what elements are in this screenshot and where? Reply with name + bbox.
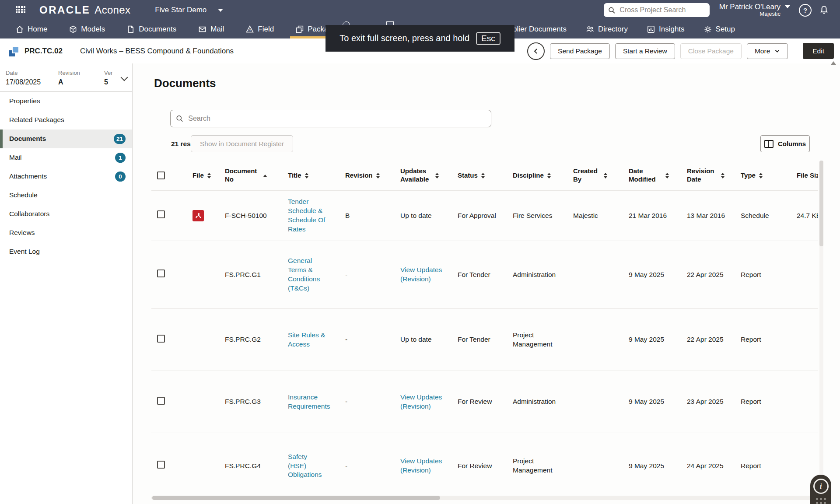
collapse-chevron-icon[interactable] bbox=[121, 74, 128, 81]
info-icon[interactable]: i bbox=[813, 479, 829, 494]
attachments-count-badge: 0 bbox=[115, 172, 126, 182]
vertical-scrollbar-thumb[interactable] bbox=[819, 161, 823, 246]
col-created-by[interactable]: Created By bbox=[573, 167, 629, 184]
project-selector[interactable]: Five Star Demo bbox=[155, 6, 223, 14]
cross-project-search-input[interactable] bbox=[619, 6, 705, 14]
scroll-up-arrow[interactable] bbox=[831, 61, 836, 65]
view-updates-link[interactable]: View Updates (Revision) bbox=[400, 457, 443, 475]
status-cell: For Approval bbox=[458, 211, 513, 220]
select-all-checkbox[interactable] bbox=[151, 172, 192, 179]
doc-title-link[interactable]: Insurance Requirements bbox=[288, 393, 326, 411]
file-cell[interactable] bbox=[192, 210, 225, 221]
ver-label: Ver bbox=[104, 70, 116, 77]
col-file[interactable]: File bbox=[192, 172, 225, 180]
col-title[interactable]: Title bbox=[288, 172, 345, 180]
edit-button[interactable]: Edit bbox=[803, 43, 834, 59]
row-checkbox[interactable] bbox=[151, 210, 192, 221]
col-revision[interactable]: Revision bbox=[345, 172, 400, 180]
view-updates-link[interactable]: View Updates (Revision) bbox=[400, 393, 443, 411]
created-by-cell: Majestic bbox=[573, 211, 629, 220]
documents-search-box[interactable] bbox=[170, 110, 491, 127]
chevron-down-icon bbox=[785, 5, 790, 8]
col-document-no[interactable]: Document No bbox=[225, 167, 288, 184]
columns-button[interactable]: Columns bbox=[760, 135, 810, 152]
sidebar-item-mail[interactable]: Mail 1 bbox=[0, 148, 132, 167]
col-discipline[interactable]: Discipline bbox=[513, 172, 573, 180]
sort-asc-icon[interactable] bbox=[263, 175, 267, 177]
status-cell: For Review bbox=[458, 462, 513, 471]
date-modified-cell: 9 May 2025 bbox=[629, 397, 687, 406]
horizontal-scrollbar[interactable] bbox=[151, 496, 818, 500]
doc-title-link[interactable]: Safety (HSE) Obligations bbox=[288, 452, 326, 480]
pdf-file-icon[interactable] bbox=[192, 210, 204, 221]
documents-search-input[interactable] bbox=[187, 114, 486, 123]
user-menu[interactable]: Mr Patrick O'Leary Majestic bbox=[719, 3, 790, 18]
package-meta-panel: Date 17/08/2025 Revision A Ver 5 bbox=[0, 65, 132, 92]
nav-item-documents[interactable]: Documents bbox=[127, 25, 176, 34]
sidebar-item-documents[interactable]: Documents 21 bbox=[0, 130, 132, 148]
revision-cell: B bbox=[345, 211, 400, 220]
nav-item-home[interactable]: Home bbox=[16, 25, 47, 34]
nav-item-mail[interactable]: Mail bbox=[198, 25, 224, 34]
nav-item-setup[interactable]: Setup bbox=[704, 25, 735, 34]
sort-icon[interactable] bbox=[376, 173, 380, 178]
sidebar-item-collaborators[interactable]: Collaborators bbox=[0, 205, 132, 224]
help-icon[interactable]: ? bbox=[799, 4, 812, 17]
back-button[interactable] bbox=[527, 42, 545, 60]
sort-icon[interactable] bbox=[665, 173, 669, 178]
discipline-cell: Fire Services bbox=[513, 211, 562, 220]
col-type[interactable]: Type bbox=[741, 172, 797, 180]
show-in-register-button[interactable]: Show in Document Register bbox=[191, 135, 293, 152]
sidebar-item-reviews[interactable]: Reviews bbox=[0, 224, 132, 242]
sort-icon[interactable] bbox=[759, 173, 763, 178]
horizontal-scrollbar-thumb[interactable] bbox=[152, 496, 440, 500]
col-file-size[interactable]: File Size bbox=[797, 172, 818, 180]
revision-date-cell: 13 Mar 2016 bbox=[687, 211, 741, 220]
chevron-down-icon bbox=[774, 48, 780, 54]
doc-title-link[interactable]: Tender Schedule & Schedule Of Rates bbox=[288, 197, 326, 234]
help-widget[interactable]: i bbox=[810, 475, 831, 504]
sort-icon[interactable] bbox=[721, 173, 724, 178]
more-button[interactable]: More bbox=[747, 43, 788, 59]
view-updates-link[interactable]: View Updates (Revision) bbox=[400, 266, 443, 284]
nav-item-field[interactable]: A Field bbox=[246, 25, 274, 34]
date-modified-cell: 9 May 2025 bbox=[629, 335, 687, 344]
revision-date-cell: 24 Apr 2025 bbox=[687, 462, 741, 471]
sidebar-item-event-log[interactable]: Event Log bbox=[0, 242, 132, 261]
row-checkbox[interactable] bbox=[151, 397, 192, 407]
sort-icon[interactable] bbox=[547, 173, 551, 178]
col-revision-date[interactable]: Revision Date bbox=[687, 167, 741, 184]
nav-item-models[interactable]: Models bbox=[69, 25, 105, 34]
doc-no-cell: FS.PRC.G4 bbox=[225, 462, 288, 471]
sort-icon[interactable] bbox=[305, 173, 308, 178]
sidebar-item-properties[interactable]: Properties bbox=[0, 92, 132, 111]
col-updates-available[interactable]: Updates Available bbox=[400, 167, 458, 184]
row-checkbox[interactable] bbox=[151, 461, 192, 471]
project-name: Five Star Demo bbox=[155, 6, 206, 14]
row-checkbox[interactable] bbox=[151, 335, 192, 345]
type-cell: Report bbox=[741, 270, 797, 280]
sidebar-item-attachments[interactable]: Attachments 0 bbox=[0, 167, 132, 186]
sort-icon[interactable] bbox=[207, 173, 211, 178]
sort-icon[interactable] bbox=[435, 173, 439, 178]
drag-handle-dots-icon[interactable] bbox=[816, 498, 826, 504]
col-status[interactable]: Status bbox=[458, 172, 513, 180]
sidebar-item-schedule[interactable]: Schedule bbox=[0, 186, 132, 205]
cross-project-search[interactable] bbox=[604, 3, 710, 17]
sort-icon[interactable] bbox=[481, 173, 485, 178]
nav-item-directory[interactable]: Directory bbox=[586, 25, 628, 34]
sidebar-item-related-packages[interactable]: Related Packages bbox=[0, 111, 132, 130]
app-launcher-icon[interactable] bbox=[16, 6, 26, 16]
nav-item-insights[interactable]: Insights bbox=[647, 25, 685, 34]
vertical-scrollbar[interactable] bbox=[819, 161, 823, 496]
sort-icon[interactable] bbox=[604, 173, 607, 178]
close-package-button[interactable]: Close Package bbox=[680, 43, 742, 59]
start-review-button[interactable]: Start a Review bbox=[615, 43, 675, 59]
row-checkbox[interactable] bbox=[151, 270, 192, 280]
doc-title-link[interactable]: General Terms & Conditions (T&Cs) bbox=[288, 256, 326, 293]
notifications-bell-icon[interactable] bbox=[819, 5, 829, 15]
doc-title-link[interactable]: Site Rules & Access bbox=[288, 331, 326, 349]
send-package-button[interactable]: Send Package bbox=[550, 43, 610, 59]
package-icon bbox=[9, 46, 19, 56]
col-date-modified[interactable]: Date Modified bbox=[629, 167, 687, 184]
